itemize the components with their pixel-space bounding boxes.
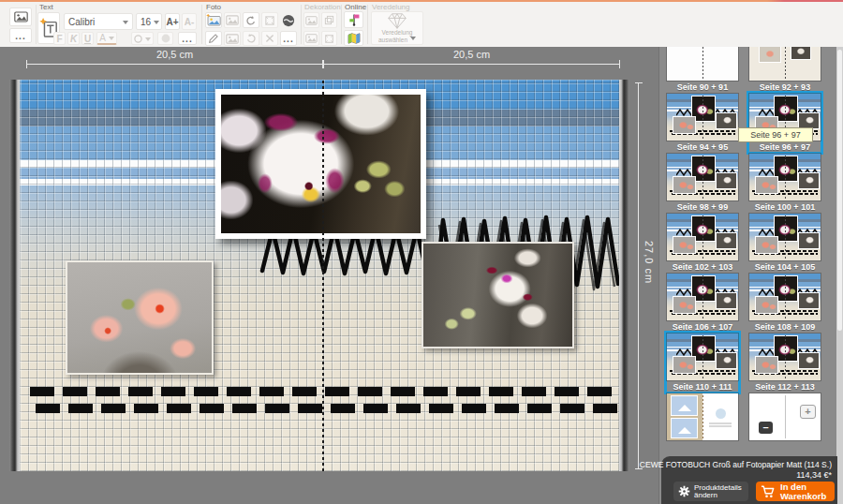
font-increase-button[interactable]: A+ <box>165 13 180 30</box>
rotate-right-button[interactable] <box>243 12 259 28</box>
layout-template-thumbnail[interactable] <box>667 393 738 440</box>
page-tooltip: Seite 96 + 97 <box>738 127 813 142</box>
page-thumbnail[interactable] <box>749 154 821 200</box>
page-thumb-label: Seite 90 + 91 <box>667 81 738 92</box>
page-thumb-label: Seite 94 + 95 <box>667 141 738 152</box>
ribbon-toolbar: ... Text Calibri 16 A+ A- F K U A ... Fo… <box>0 2 843 47</box>
ruler-height-label: 27,0 cm <box>643 241 655 284</box>
page-thumbnail[interactable] <box>749 274 821 320</box>
remove-pages-button[interactable]: – <box>759 422 773 434</box>
page-cell-112-113[interactable]: Seite 112 + 113 <box>749 334 821 392</box>
section-label-foto: Foto <box>206 3 221 11</box>
insert-photo-button[interactable] <box>205 12 222 28</box>
page-thumbnail[interactable] <box>667 154 738 200</box>
add-pages-button[interactable]: + <box>800 405 816 419</box>
page-thumb-label: Seite 110 + 111 <box>667 380 738 392</box>
foto-more-button[interactable]: ... <box>280 31 297 46</box>
page-cell-102-103[interactable]: Seite 102 + 103 <box>667 214 738 272</box>
product-name: CEWE FOTOBUCH Groß auf Fotopapier Matt (… <box>640 460 832 469</box>
page-stack-edge-left <box>9 80 20 471</box>
veredelung-label-1: Veredelung <box>382 29 413 36</box>
photo-frame-button[interactable] <box>261 12 278 28</box>
photo-white-orchid-right[interactable] <box>422 242 574 348</box>
section-label-veredelung: Veredelung <box>372 3 409 11</box>
page-cell-100-101[interactable]: Seite 100 + 101 <box>749 154 821 212</box>
product-details-button[interactable]: Produktdetailsändern <box>673 482 748 501</box>
chevron-down-icon <box>145 37 151 44</box>
image-placeholder-icon <box>672 396 697 415</box>
borders-button[interactable] <box>321 31 337 46</box>
scrollbar-thumb[interactable] <box>837 50 842 331</box>
page-thumbnail[interactable] <box>667 47 738 81</box>
veredelung-label-2-wrap: auswählen <box>378 36 416 43</box>
page-cell-96-97[interactable]: Seite 96 + 97 <box>749 94 821 152</box>
product-info-bar: CEWE FOTOBUCH Groß auf Fotopapier Matt (… <box>661 456 837 504</box>
chevron-down-icon <box>123 21 128 27</box>
text-background-color-button[interactable] <box>131 32 154 45</box>
clipart-button[interactable] <box>321 12 337 28</box>
page-cell-92-93[interactable]: Seite 92 + 93 <box>749 47 821 92</box>
photo-add-button[interactable] <box>224 31 241 46</box>
font-family-select[interactable]: Calibri <box>64 13 133 30</box>
page-cell-110-111[interactable]: Seite 110 + 111 <box>667 334 738 392</box>
page-thumbnail[interactable] <box>749 47 821 81</box>
page-thumbnail[interactable] <box>749 334 821 380</box>
online-map-button[interactable] <box>344 30 363 46</box>
page-thumbnail-list: Seite 90 + 91 Seite 92 + 93 Seite 94 + 9… <box>667 47 821 452</box>
italic-button[interactable]: K <box>67 32 80 45</box>
cart-icon <box>761 485 776 498</box>
photo-effects-button[interactable] <box>280 12 297 28</box>
page-cell-94-95[interactable]: Seite 94 + 95 <box>667 94 738 152</box>
font-color-button[interactable]: A <box>96 32 117 45</box>
add-to-cart-button[interactable]: In denWarenkorb <box>756 482 835 501</box>
remove-photo-button[interactable] <box>261 31 278 46</box>
dash-border-clipart[interactable] <box>30 404 618 413</box>
masks-button[interactable] <box>303 31 319 46</box>
page-thumb-label: Seite 106 + 107 <box>667 320 738 332</box>
veredelung-select-button[interactable]: Veredelung auswählen <box>371 11 423 45</box>
text-more-button[interactable]: ... <box>178 32 197 45</box>
page-stack-edge-right <box>619 80 629 471</box>
page-thumbnail[interactable] <box>667 214 738 260</box>
underline-button[interactable]: U <box>81 32 94 45</box>
page-cell-106-107[interactable]: Seite 106 + 107 <box>667 274 738 332</box>
page-cell-98-99[interactable]: Seite 98 + 99 <box>667 154 738 212</box>
left-more-button[interactable]: ... <box>9 28 32 43</box>
page-thumbnail[interactable] <box>667 94 738 141</box>
photo-white-orchid-center[interactable] <box>215 89 426 239</box>
photobook-spread-canvas[interactable] <box>20 80 619 471</box>
page-cell-template[interactable] <box>667 393 738 452</box>
chevron-down-icon <box>109 37 114 43</box>
page-thumb-label: Seite 108 + 109 <box>749 320 821 332</box>
diamond-icon <box>386 13 408 29</box>
effect-icon <box>282 14 295 27</box>
page-thumb-label: Seite 112 + 113 <box>749 380 821 392</box>
page-cell-108-109[interactable]: Seite 108 + 109 <box>749 274 821 332</box>
page-cell-90-91[interactable]: Seite 90 + 91 <box>667 47 738 92</box>
page-cell-104-105[interactable]: Seite 104 + 105 <box>749 214 821 272</box>
page-thumbnail[interactable] <box>667 334 738 380</box>
photo-in-shape-button[interactable] <box>224 12 241 28</box>
more-dots: ... <box>15 31 25 41</box>
chevron-down-icon <box>154 21 159 27</box>
pages-scrollbar[interactable] <box>836 47 843 504</box>
add-photo-button[interactable] <box>9 7 32 26</box>
background-button[interactable] <box>303 12 319 28</box>
text-opacity-button[interactable] <box>157 32 173 45</box>
page-thumbnail[interactable] <box>667 274 738 320</box>
photo-pink-orchid-left[interactable] <box>66 260 214 375</box>
page-cell-add-remove[interactable]: – + <box>749 393 821 452</box>
edit-photo-button[interactable] <box>205 31 222 46</box>
page-fold-line <box>322 80 324 471</box>
section-label-text: Text <box>39 3 53 11</box>
font-size-select[interactable]: 16 <box>136 13 162 30</box>
vertical-ruler: 27,0 cm <box>634 82 658 469</box>
page-thumbnail[interactable] <box>749 214 821 260</box>
font-decrease-button[interactable]: A- <box>182 13 197 30</box>
placeholder-text-lines <box>709 422 732 427</box>
rotate-left-button[interactable] <box>243 31 259 46</box>
bold-button[interactable]: F <box>53 32 66 45</box>
add-remove-pages-thumbnail[interactable]: – + <box>749 393 821 440</box>
dash-border-clipart[interactable] <box>30 387 618 396</box>
online-content-button[interactable] <box>344 11 363 28</box>
